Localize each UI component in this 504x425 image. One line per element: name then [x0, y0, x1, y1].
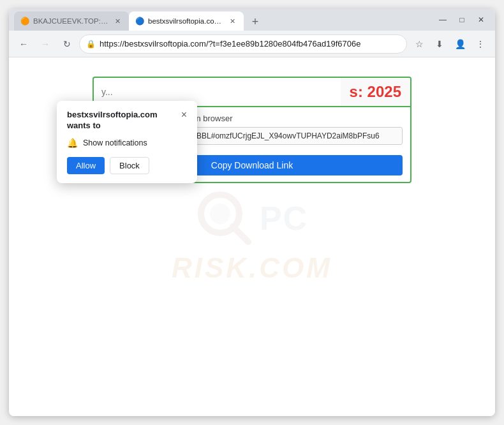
profile-button[interactable]: 👤 [450, 34, 470, 54]
close-button[interactable]: ✕ [472, 11, 490, 29]
bookmark-button[interactable]: ☆ [410, 34, 429, 54]
forward-button[interactable]: → [36, 34, 55, 54]
bell-icon: 🔔 [67, 138, 78, 148]
toolbar: ← → ↻ 🔒 https://bestxsvilrsoftopia.com/?… [9, 31, 495, 57]
back-button[interactable]: ← [14, 34, 33, 54]
window-controls: — □ ✕ [434, 11, 490, 29]
page-content: PC RISK.COM s: 2025 Copy and paste the U… [9, 57, 495, 416]
address-text: https://bestxsvilrsoftopia.com/?t=f3e1ee… [100, 39, 400, 48]
title-bar: 🟠 BKAJCUEEVK.TOP: Crypto Casi… ✕ 🔵 bestx… [9, 9, 495, 31]
refresh-button[interactable]: ↻ [57, 34, 77, 54]
tab1-close-icon[interactable]: ✕ [112, 16, 122, 26]
tab1-label: BKAJCUEEVK.TOP: Crypto Casi… [33, 17, 108, 25]
new-tab-button[interactable]: + [246, 13, 264, 31]
tab2-favicon: 🔵 [135, 17, 144, 26]
tab1-favicon: 🟠 [20, 17, 29, 26]
tab2-label: bestxsvilrsoftopia.com/?t=f3e1… [148, 17, 223, 25]
download-button[interactable]: ⬇ [430, 34, 449, 54]
tab-2[interactable]: 🔵 bestxsvilrsoftopia.com/?t=f3e1… ✕ [129, 11, 244, 31]
year-badge: s: 2025 [341, 78, 410, 106]
permission-popup: bestxsvilrsoftopia.com wants to × 🔔 Show… [57, 101, 197, 183]
browser-window: 🟠 BKAJCUEEVK.TOP: Crypto Casi… ✕ 🔵 bestx… [9, 9, 495, 416]
search-input[interactable] [94, 82, 341, 102]
block-button[interactable]: Block [110, 157, 149, 174]
menu-button[interactable]: ⋮ [471, 34, 490, 54]
tab2-close-icon[interactable]: ✕ [227, 16, 237, 26]
address-bar[interactable]: 🔒 https://bestxsvilrsoftopia.com/?t=f3e1… [79, 34, 407, 54]
toolbar-actions: ☆ ⬇ 👤 ⋮ [410, 34, 490, 54]
allow-button[interactable]: Allow [67, 157, 105, 174]
tab-1[interactable]: 🟠 BKAJCUEEVK.TOP: Crypto Casi… ✕ [14, 11, 129, 31]
popup-notification-text: Show notifications [83, 138, 147, 147]
minimize-button[interactable]: — [434, 11, 452, 29]
popup-actions: Allow Block [67, 157, 187, 174]
maximize-button[interactable]: □ [453, 11, 471, 29]
popup-title: bestxsvilrsoftopia.com wants to [67, 110, 181, 131]
popup-header: bestxsvilrsoftopia.com wants to × [67, 110, 187, 131]
popup-notification-row: 🔔 Show notifications [67, 138, 187, 148]
lock-icon: 🔒 [86, 40, 96, 48]
popup-close-icon[interactable]: × [181, 110, 187, 120]
tabs-area: 🟠 BKAJCUEEVK.TOP: Crypto Casi… ✕ 🔵 bestx… [14, 9, 434, 31]
